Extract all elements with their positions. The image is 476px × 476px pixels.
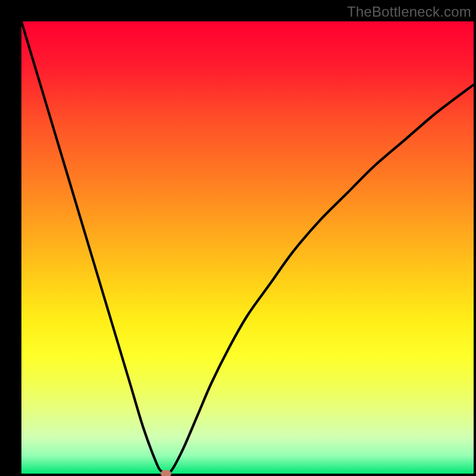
curve-path	[21, 21, 474, 474]
optimal-point-marker	[161, 470, 171, 476]
chart-frame: TheBottleneck.com	[0, 0, 476, 476]
chart-plot-area	[21, 21, 474, 474]
bottleneck-curve	[21, 21, 474, 474]
watermark-text: TheBottleneck.com	[347, 4, 471, 20]
